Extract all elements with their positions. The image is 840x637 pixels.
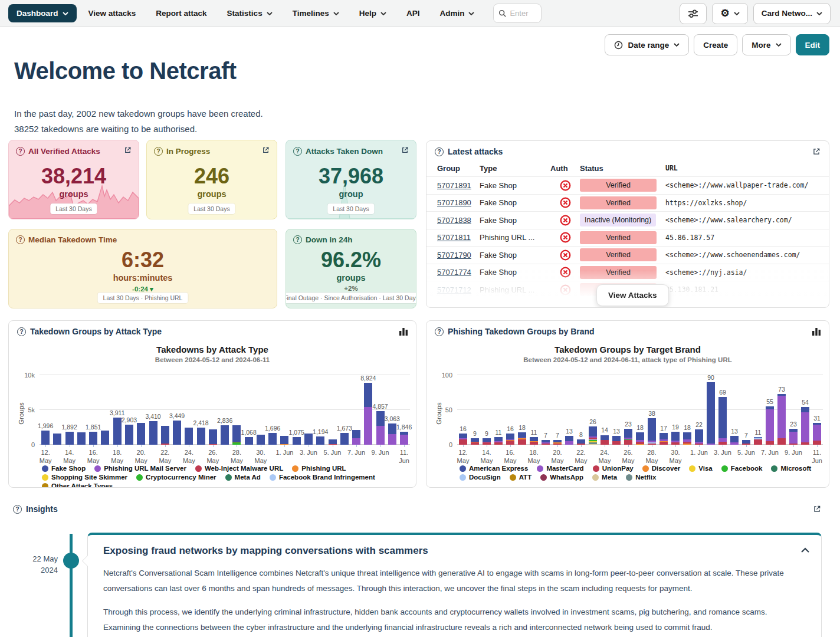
bar-slot[interactable]: 3,91118.May bbox=[111, 375, 123, 445]
bar-slot[interactable]: 30.May bbox=[255, 375, 267, 445]
bar-slot[interactable]: 20.May bbox=[135, 375, 147, 445]
nav-item-timelines[interactable]: Timelines bbox=[284, 4, 347, 22]
legend-item[interactable]: Microsoft bbox=[771, 465, 811, 472]
bar-slot[interactable]: 1,85116.May bbox=[87, 375, 99, 445]
bar-slot[interactable]: 1,99612.May bbox=[40, 375, 51, 445]
bar-slot[interactable]: 26 bbox=[587, 375, 599, 445]
bar-slot[interactable]: 1,068 bbox=[243, 375, 255, 445]
auth-denied-icon[interactable] bbox=[560, 180, 571, 191]
legend-item[interactable]: Visa bbox=[689, 465, 712, 472]
nav-item-dashboard[interactable]: Dashboard bbox=[8, 4, 77, 22]
date-range-button[interactable]: Date range bbox=[605, 34, 689, 55]
legend-item[interactable]: Discover bbox=[642, 465, 681, 472]
bar-slot[interactable] bbox=[51, 375, 63, 445]
external-link-icon[interactable] bbox=[262, 146, 270, 156]
auth-denied-icon[interactable] bbox=[560, 249, 571, 261]
group-link[interactable]: 57071891 bbox=[437, 181, 471, 190]
legend-item[interactable]: Meta bbox=[592, 474, 617, 481]
stat-card-in-progress[interactable]: ? In Progress 246 groups Last 30 Days bbox=[146, 140, 277, 219]
external-link-icon[interactable] bbox=[401, 146, 409, 156]
bar-slot[interactable]: 5. Jun bbox=[326, 375, 338, 445]
bar-slot[interactable]: 26.May bbox=[207, 375, 219, 445]
group-link[interactable]: 57071811 bbox=[437, 233, 471, 242]
group-link[interactable]: 57071890 bbox=[437, 198, 471, 207]
legend-item[interactable]: Other Attack Types bbox=[42, 482, 113, 488]
auth-denied-icon[interactable] bbox=[560, 215, 571, 226]
nav-item-admin[interactable]: Admin bbox=[431, 4, 483, 22]
bar-slot[interactable]: 1,84611.Jun bbox=[398, 375, 410, 445]
bar-slot[interactable]: 2,836 bbox=[219, 375, 231, 445]
bar-slot[interactable]: 11 bbox=[493, 375, 504, 445]
card-network-selector[interactable]: Card Netwo... bbox=[753, 3, 831, 24]
legend-item[interactable]: DocuSign bbox=[460, 474, 501, 481]
create-button[interactable]: Create bbox=[694, 34, 737, 55]
table-row[interactable]: 57071890 Fake Shop Verified https://oxlz… bbox=[426, 194, 829, 212]
brand-chart-plot[interactable]: 100500Groups1612.May9914.May111616.May18… bbox=[457, 375, 823, 445]
legend-item[interactable]: ATT bbox=[510, 474, 532, 481]
legend-item[interactable]: Meta Ad bbox=[225, 474, 261, 481]
nav-item-report-attack[interactable]: Report attack bbox=[147, 4, 215, 22]
attack-type-chart-plot[interactable]: 10k5k0Groups1,99612.May1,89214.May1,8511… bbox=[40, 375, 410, 445]
bar-slot[interactable]: 7. Jun bbox=[350, 375, 362, 445]
bar-slot[interactable]: 3828.May bbox=[646, 375, 658, 445]
external-link-icon[interactable] bbox=[813, 505, 821, 513]
chevron-up-icon[interactable] bbox=[801, 544, 809, 555]
bar-slot[interactable]: 221. Jun bbox=[693, 375, 705, 445]
bar-slot[interactable]: 1930.May bbox=[670, 375, 681, 445]
bar-slot[interactable]: 3,449 bbox=[171, 375, 183, 445]
bar-slot[interactable]: 1616.May bbox=[504, 375, 516, 445]
bar-chart-icon[interactable] bbox=[399, 328, 408, 336]
legend-item[interactable]: Facebook Brand Infringement bbox=[270, 474, 375, 481]
bar-slot[interactable]: 54 bbox=[799, 375, 811, 445]
legend-item[interactable]: Cryptocurrency Miner bbox=[136, 474, 216, 481]
external-link-icon[interactable] bbox=[812, 147, 821, 156]
edit-button[interactable]: Edit bbox=[796, 34, 830, 55]
nav-item-statistics[interactable]: Statistics bbox=[219, 4, 281, 22]
filters-button[interactable] bbox=[680, 3, 707, 24]
group-link[interactable]: 57071838 bbox=[437, 216, 471, 225]
bar-slot[interactable]: 73 bbox=[776, 375, 788, 445]
external-link-icon[interactable] bbox=[124, 146, 132, 156]
bar-slot[interactable]: 11 bbox=[752, 375, 764, 445]
legend-item[interactable]: Netflix bbox=[626, 474, 656, 481]
bar-slot[interactable]: 1,673 bbox=[339, 375, 350, 445]
search-input[interactable] bbox=[510, 9, 536, 18]
bar-slot[interactable]: 3111.Jun bbox=[811, 375, 823, 445]
legend-item[interactable]: Facebook bbox=[721, 465, 763, 472]
bar-slot[interactable]: 1,075 bbox=[291, 375, 303, 445]
nav-item-help[interactable]: Help bbox=[351, 4, 395, 22]
bar-slot[interactable]: 2,418 bbox=[195, 375, 206, 445]
bar-slot[interactable]: 13 bbox=[611, 375, 622, 445]
stat-card-all-verified-attacks[interactable]: ? All Verified Attacks 38,214 groups Las… bbox=[8, 140, 139, 219]
search-box[interactable] bbox=[493, 4, 542, 23]
view-attacks-button[interactable]: View Attacks bbox=[596, 284, 669, 306]
more-button[interactable]: More bbox=[742, 34, 790, 55]
legend-item[interactable]: Phishing URL Mail Server bbox=[94, 465, 186, 472]
bar-chart-icon[interactable] bbox=[812, 328, 821, 336]
auth-denied-icon[interactable] bbox=[560, 284, 571, 295]
bar-slot[interactable]: 3,063 bbox=[386, 375, 398, 445]
nav-item-view-attacks[interactable]: View attacks bbox=[80, 4, 145, 22]
auth-denied-icon[interactable] bbox=[560, 232, 571, 243]
bar-slot[interactable]: 1,696 bbox=[267, 375, 278, 445]
table-row[interactable]: 57071790 Fake Shop Verified <scheme>://w… bbox=[426, 246, 829, 264]
settings-button[interactable]: ⚙ bbox=[712, 3, 747, 24]
table-row[interactable]: 57071811 Phishing URL ... Verified 45.86… bbox=[426, 229, 829, 247]
legend-item[interactable]: MasterCard bbox=[537, 465, 583, 472]
legend-item[interactable]: Fake Shop bbox=[42, 465, 86, 472]
bar-slot[interactable] bbox=[76, 375, 87, 445]
bar-slot[interactable]: 3,410 bbox=[147, 375, 159, 445]
bar-slot[interactable]: 18 bbox=[681, 375, 693, 445]
table-row[interactable]: 57071838 Fake Shop Inactive (Monitoring)… bbox=[426, 211, 829, 229]
table-row[interactable]: 57071774 Fake Shop Verified <scheme>://n… bbox=[426, 264, 829, 281]
legend-item[interactable]: Shopping Site Skimmer bbox=[42, 474, 127, 481]
bar-slot[interactable]: 4,8579. Jun bbox=[374, 375, 386, 445]
bar-slot[interactable]: 17 bbox=[658, 375, 670, 445]
bar-slot[interactable]: 24.May bbox=[183, 375, 195, 445]
bar-slot[interactable]: 22.May bbox=[159, 375, 171, 445]
group-link[interactable]: 57071790 bbox=[437, 251, 471, 260]
bar-slot[interactable]: 2,903 bbox=[123, 375, 135, 445]
legend-item[interactable]: American Express bbox=[460, 465, 528, 472]
bar-slot[interactable]: 2326.May bbox=[622, 375, 634, 445]
legend-item[interactable]: Web-Inject Malware URL bbox=[195, 465, 283, 472]
